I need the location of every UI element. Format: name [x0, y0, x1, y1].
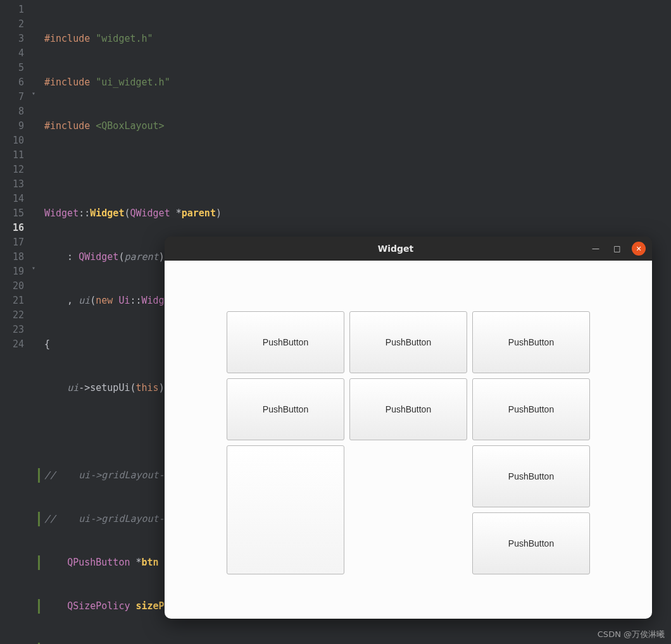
- line-number: 19: [0, 264, 29, 279]
- push-button[interactable]: PushButton: [472, 311, 590, 373]
- line-number: 7: [0, 90, 29, 104]
- fold-toggle-icon[interactable]: ▾: [29, 264, 38, 279]
- code-line: #include <QBoxLayout>: [44, 119, 671, 133]
- push-button[interactable]: PushButton: [349, 378, 467, 440]
- push-button[interactable]: PushButton: [349, 311, 467, 373]
- minimize-icon[interactable]: —: [589, 242, 603, 256]
- line-number: 8: [0, 104, 29, 119]
- window-controls: — □ ✕: [589, 242, 652, 256]
- window-title: Widget: [203, 244, 589, 254]
- line-number: 1: [0, 3, 29, 17]
- window-titlebar[interactable]: Widget — □ ✕: [165, 237, 652, 261]
- fold-column: ▾ ▾: [29, 0, 38, 644]
- push-button-empty[interactable]: [227, 445, 344, 574]
- push-button[interactable]: PushButton: [227, 378, 344, 440]
- line-number: 3: [0, 32, 29, 46]
- line-number: 22: [0, 308, 29, 323]
- grid-empty-cell: [349, 445, 467, 574]
- push-button[interactable]: PushButton: [472, 378, 590, 440]
- line-number: 18: [0, 250, 29, 264]
- watermark-text: CSDN @万俟淋曦: [598, 629, 665, 640]
- close-icon[interactable]: ✕: [632, 242, 646, 256]
- line-number-active: 16: [0, 221, 29, 235]
- line-number: 5: [0, 61, 29, 75]
- line-number: 21: [0, 294, 29, 308]
- line-number: 15: [0, 206, 29, 221]
- line-number: 20: [0, 279, 29, 294]
- code-line: Widget::Widget(QWidget *parent): [44, 206, 671, 221]
- line-number: 9: [0, 119, 29, 133]
- window-body: PushButton PushButton PushButton PushBut…: [165, 261, 652, 619]
- line-number-gutter: 1 2 3 4 5 6 7 8 9 10 11 12 13 14 15 16 1…: [0, 0, 29, 644]
- line-number: 14: [0, 192, 29, 206]
- line-number: 2: [0, 17, 29, 32]
- line-number: 13: [0, 177, 29, 192]
- line-number: 12: [0, 163, 29, 177]
- line-number: 17: [0, 235, 29, 250]
- line-number: 24: [0, 337, 29, 352]
- push-button[interactable]: PushButton: [472, 512, 590, 574]
- code-line: [44, 163, 671, 177]
- line-number: 4: [0, 46, 29, 61]
- push-button[interactable]: PushButton: [472, 445, 590, 507]
- maximize-icon[interactable]: □: [610, 242, 624, 256]
- widget-window: Widget — □ ✕ PushButton PushButton PushB…: [165, 237, 652, 619]
- code-line: #include "ui_widget.h": [44, 75, 671, 90]
- line-number: 23: [0, 323, 29, 337]
- code-line: #include "widget.h": [44, 32, 671, 46]
- line-number: 10: [0, 133, 29, 148]
- push-button[interactable]: PushButton: [227, 311, 344, 373]
- line-number: 6: [0, 75, 29, 90]
- line-number: 11: [0, 148, 29, 163]
- fold-toggle-icon[interactable]: ▾: [29, 90, 38, 104]
